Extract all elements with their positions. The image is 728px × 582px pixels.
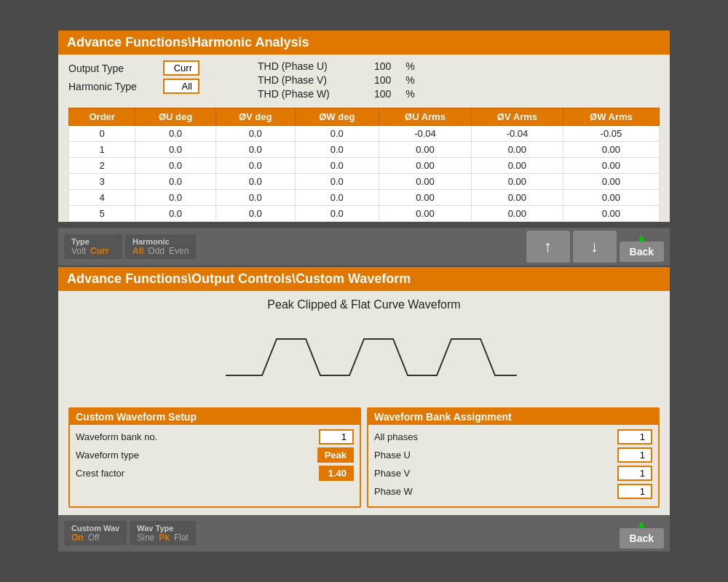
harmonic-table: Order ØU deg ØV deg ØW deg ØU Arms ØV Ar… xyxy=(68,108,660,222)
table-cell: 0.0 xyxy=(215,142,295,158)
top-form-area: Output Type Curr Harmonic Type All THD (… xyxy=(58,55,670,105)
table-cell: 0.00 xyxy=(379,158,471,174)
waveform-svg-container xyxy=(58,317,670,397)
up-button[interactable]: ↑ xyxy=(526,231,570,263)
thd-u-unit: % xyxy=(405,60,414,72)
toolbar-bottom: Custom Wav On Off Wav Type Sine Pk Flat … xyxy=(58,515,670,551)
table-cell: 0.0 xyxy=(135,126,215,142)
table-cell: 2 xyxy=(69,158,135,174)
waveform-type-row: Waveform type Peak xyxy=(76,447,354,463)
harmonic-analysis-panel: Advance Functions\Harmonic Analysis Outp… xyxy=(58,31,670,222)
phase-v-row: Phase V 1 xyxy=(374,466,652,481)
table-row: 10.00.00.00.000.000.00 xyxy=(69,142,660,158)
harmonic-odd[interactable]: Odd xyxy=(148,246,165,256)
table-cell: 0.0 xyxy=(295,158,379,174)
phase-u-value[interactable]: 1 xyxy=(617,447,652,463)
table-cell: 0.00 xyxy=(379,190,471,206)
custom-wav-options: On Off xyxy=(71,533,99,543)
back-button-top[interactable]: Back xyxy=(620,242,664,262)
type-curr[interactable]: Curr xyxy=(90,246,108,256)
bank-no-value[interactable]: 1 xyxy=(319,429,354,445)
bank-no-row: Waveform bank no. 1 xyxy=(76,429,354,445)
wav-sine[interactable]: Sine xyxy=(137,533,154,543)
type-group: Type Volt Curr xyxy=(64,234,122,259)
col-order: Order xyxy=(69,108,135,126)
harmonic-analysis-title: Advance Functions\Harmonic Analysis xyxy=(58,31,670,55)
table-cell: 0.00 xyxy=(472,190,563,206)
harmonic-even[interactable]: Even xyxy=(169,246,189,256)
table-cell: 0.0 xyxy=(295,142,379,158)
phase-w-value[interactable]: 1 xyxy=(617,484,652,499)
table-cell: 0.0 xyxy=(215,174,295,190)
crest-factor-row: Crest factor 1.40 xyxy=(76,466,354,481)
table-row: 20.00.00.00.000.000.00 xyxy=(69,158,660,174)
custom-wav-group: Custom Wav On Off xyxy=(64,521,127,546)
table-cell: 1 xyxy=(69,142,135,158)
harmonic-type-value[interactable]: All xyxy=(163,79,199,94)
custom-wav-title: Custom Wav xyxy=(71,524,119,533)
output-type-row: Output Type Curr xyxy=(68,60,214,76)
thd-v-unit: % xyxy=(405,74,414,86)
table-row: 50.00.00.00.000.000.00 xyxy=(69,206,660,222)
bank-assignment-title: Waveform Bank Assignment xyxy=(368,409,658,425)
wav-pk[interactable]: Pk xyxy=(159,533,170,543)
table-cell: 0 xyxy=(69,126,135,142)
table-cell: 3 xyxy=(69,174,135,190)
table-cell: 5 xyxy=(69,206,135,222)
wav-type-group: Wav Type Sine Pk Flat xyxy=(130,521,196,546)
down-button[interactable]: ↓ xyxy=(573,231,617,263)
phase-u-label: Phase U xyxy=(374,450,617,461)
col-ow-deg: ØW deg xyxy=(295,108,379,126)
thd-v-row: THD (Phase V) 100 % xyxy=(258,74,660,86)
col-ow-arms: ØW Arms xyxy=(563,108,659,126)
table-cell: 0.0 xyxy=(295,190,379,206)
table-cell: 0.0 xyxy=(215,126,295,142)
custom-wav-off[interactable]: Off xyxy=(88,533,100,543)
wav-type-title: Wav Type xyxy=(137,524,173,533)
all-phases-value[interactable]: 1 xyxy=(617,429,652,445)
harmonic-options: All Odd Even xyxy=(132,246,189,256)
custom-waveform-setup-title: Custom Waveform Setup xyxy=(70,409,360,425)
crest-factor-value[interactable]: 1.40 xyxy=(319,466,354,481)
thd-w-row: THD (Phase W) 100 % xyxy=(258,88,660,100)
all-phases-label: All phases xyxy=(374,431,617,442)
table-cell: 0.0 xyxy=(215,158,295,174)
table-row: 30.00.00.00.000.000.00 xyxy=(69,174,660,190)
table-cell: -0.04 xyxy=(379,126,471,142)
bank-assignment-content: All phases 1 Phase U 1 Phase V 1 Phase W… xyxy=(368,425,658,506)
table-cell: 0.00 xyxy=(472,174,563,190)
table-row: 00.00.00.0-0.04-0.04-0.05 xyxy=(69,126,660,142)
wav-type-options: Sine Pk Flat xyxy=(137,533,189,543)
thd-u-value: 100 xyxy=(374,60,391,72)
table-cell: 0.0 xyxy=(295,174,379,190)
thd-v-value: 100 xyxy=(374,74,391,86)
type-volt[interactable]: Volt xyxy=(71,246,86,256)
thd-u-label: THD (Phase U) xyxy=(258,60,360,72)
table-cell: 0.00 xyxy=(472,142,563,158)
table-cell: 0.0 xyxy=(215,190,295,206)
harmonic-all[interactable]: All xyxy=(132,246,143,256)
table-cell: 0.00 xyxy=(563,206,659,222)
back-button-bottom[interactable]: Back xyxy=(620,528,664,549)
custom-wav-on[interactable]: On xyxy=(71,533,84,543)
waveform-description: Peak Clipped & Flat Curve Waveform xyxy=(58,298,670,311)
table-cell: 0.0 xyxy=(135,190,215,206)
phase-v-value[interactable]: 1 xyxy=(617,466,652,481)
col-ou-arms: ØU Arms xyxy=(379,108,471,126)
wav-flat[interactable]: Flat xyxy=(174,533,189,543)
phase-w-row: Phase W 1 xyxy=(374,484,652,499)
table-cell: 0.00 xyxy=(563,142,659,158)
type-options: Volt Curr xyxy=(71,246,108,256)
table-row: 40.00.00.00.000.000.00 xyxy=(69,190,660,206)
output-type-label: Output Type xyxy=(68,63,163,74)
table-cell: 4 xyxy=(69,190,135,206)
table-cell: 0.00 xyxy=(563,158,659,174)
thd-section: THD (Phase U) 100 % THD (Phase V) 100 % … xyxy=(214,60,660,102)
waveform-type-value[interactable]: Peak xyxy=(317,447,354,463)
waveform-area: Peak Clipped & Flat Curve Waveform xyxy=(58,291,670,402)
table-cell: 0.00 xyxy=(379,142,471,158)
table-cell: 0.00 xyxy=(379,174,471,190)
thd-w-value: 100 xyxy=(374,88,391,100)
output-type-value[interactable]: Curr xyxy=(163,60,199,76)
custom-waveform-panel: Advance Functions\Output Controls\Custom… xyxy=(58,267,670,515)
